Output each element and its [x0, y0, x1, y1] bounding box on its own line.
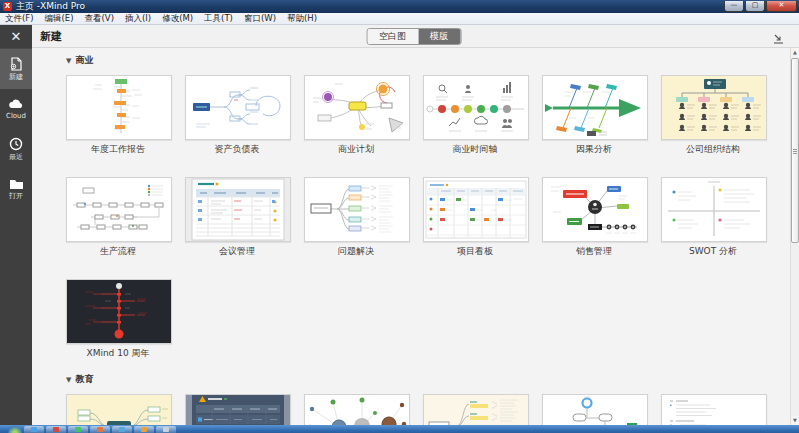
edu-network-thumbnail[interactable] [304, 394, 410, 425]
import-template-icon[interactable] [772, 30, 785, 42]
sidebar-item-open[interactable]: 打开 [0, 169, 32, 209]
menu-view[interactable]: 查看(V) [85, 13, 114, 25]
template-card[interactable]: 问题解决 [304, 177, 408, 256]
view-toggle: 空白图 模版 [366, 28, 461, 45]
menu-insert[interactable]: 插入(I) [125, 13, 151, 25]
collapse-triangle-icon: ▼ [66, 57, 71, 65]
swot-thumbnail[interactable] [661, 177, 767, 242]
sidebar-item-new[interactable]: 新建 [0, 49, 32, 89]
template-card[interactable]: XMind 10 周年 [66, 279, 170, 358]
kanban-thumbnail[interactable] [423, 177, 529, 242]
template-card[interactable] [66, 394, 170, 425]
menu-window[interactable]: 窗口(W) [244, 13, 276, 25]
sidebar-item-label: 最近 [9, 153, 23, 161]
template-card[interactable]: 公司组织结构 [661, 75, 765, 154]
template-card[interactable]: 会议管理 [185, 177, 289, 256]
edu-mindmap-thumbnail[interactable] [66, 394, 172, 425]
org-chart-thumbnail[interactable] [661, 75, 767, 140]
template-card[interactable] [542, 394, 646, 425]
menubar: 文件(F) 编辑(E) 查看(V) 插入(I) 修改(M) 工具(T) 窗口(W… [0, 13, 799, 25]
sidebar-item-label: Cloud [6, 112, 26, 120]
template-card[interactable] [304, 394, 408, 425]
window-title: 主页 -XMind Pro [16, 0, 85, 13]
taskbar-app-4[interactable] [90, 426, 110, 433]
vertical-scrollbar[interactable]: ▲ ▼ [790, 48, 799, 425]
template-card[interactable]: 商业计划 [304, 75, 408, 154]
new-document-icon [9, 57, 23, 73]
maximize-icon[interactable]: ▢ [745, 1, 765, 12]
windows-taskbar[interactable] [0, 425, 799, 433]
taskbar-app-3[interactable] [68, 426, 88, 433]
balance-sheet-thumbnail[interactable] [185, 75, 291, 140]
template-card[interactable]: 项目看板 [423, 177, 527, 256]
menu-help[interactable]: 帮助(H) [287, 13, 317, 25]
section-header-education[interactable]: ▼ 教育 [66, 373, 790, 386]
taskbar-app-7[interactable] [156, 426, 176, 433]
template-card[interactable]: 生产流程 [66, 177, 170, 256]
start-orb-icon[interactable] [8, 426, 22, 433]
template-card[interactable]: 商业时间轴 [423, 75, 527, 154]
sidebar: ✕ 新建 Cloud 最近 [0, 25, 32, 425]
tab-blank-map[interactable]: 空白图 [367, 29, 418, 44]
edu-cream-map-thumbnail[interactable] [423, 394, 529, 425]
scroll-up-icon[interactable]: ▲ [791, 48, 799, 57]
template-label: 生产流程 [66, 245, 170, 256]
sales-thumbnail[interactable] [542, 177, 648, 242]
edu-table-thumbnail[interactable] [185, 394, 291, 425]
menu-file[interactable]: 文件(F) [5, 13, 34, 25]
scroll-down-icon[interactable]: ▼ [791, 416, 799, 425]
template-label: 商业时间轴 [423, 143, 527, 154]
template-card[interactable] [185, 394, 289, 425]
taskbar-app-5[interactable] [112, 426, 132, 433]
menu-tools[interactable]: 工具(T) [204, 13, 233, 25]
template-label: 资产负债表 [185, 143, 289, 154]
sidebar-item-label: 新建 [9, 73, 23, 81]
problem-solving-thumbnail[interactable] [304, 177, 410, 242]
taskbar-app-1[interactable] [24, 426, 44, 433]
fishbone-thumbnail[interactable] [542, 75, 648, 140]
open-folder-icon [9, 178, 24, 192]
taskbar-app-6[interactable] [134, 426, 154, 433]
template-label: 商业计划 [304, 143, 408, 154]
scrollbar-thumb[interactable] [791, 58, 799, 243]
anniversary-thumbnail[interactable] [66, 279, 172, 344]
meeting-table-thumbnail[interactable] [185, 177, 291, 242]
business-template-grid: 年度工作报告 资产负债表 商业计划 商业时间轴 因果分析 公司组织结构 生产流程… [66, 75, 790, 358]
template-card[interactable] [423, 394, 527, 425]
annual-report-thumbnail[interactable] [66, 75, 172, 140]
template-label: 年度工作报告 [66, 143, 170, 154]
sidebar-item-recent[interactable]: 最近 [0, 129, 32, 169]
template-label: 因果分析 [542, 143, 646, 154]
template-card[interactable]: 因果分析 [542, 75, 646, 154]
main-header: 新建 空白图 模版 [32, 25, 799, 48]
template-label: 会议管理 [185, 245, 289, 256]
business-plan-thumbnail[interactable] [304, 75, 410, 140]
xmind-window: X 主页 -XMind Pro — ▢ ✕ 文件(F) 编辑(E) 查看(V) … [0, 0, 799, 433]
recent-clock-icon [9, 137, 23, 153]
menu-edit[interactable]: 编辑(E) [45, 13, 74, 25]
section-header-business[interactable]: ▼ 商业 [66, 54, 790, 67]
template-card[interactable]: 年度工作报告 [66, 75, 170, 154]
close-icon[interactable]: ✕ [766, 1, 797, 12]
tab-templates[interactable]: 模版 [418, 29, 460, 44]
template-gallery: ▼ 商业 年度工作报告 资产负债表 商业计划 商业时间轴 因果分析 公司组织结构… [32, 48, 790, 425]
business-timeline-thumbnail[interactable] [423, 75, 529, 140]
section-label-text: 教育 [75, 373, 93, 386]
template-label: 销售管理 [542, 245, 646, 256]
template-card[interactable]: SWOT 分析 [661, 177, 765, 256]
taskbar-app-2[interactable] [46, 426, 66, 433]
edu-outline-thumbnail[interactable] [661, 394, 767, 425]
sidebar-item-cloud[interactable]: Cloud [0, 89, 32, 129]
collapse-triangle-icon: ▼ [66, 376, 71, 384]
menu-modify[interactable]: 修改(M) [162, 13, 193, 25]
production-flow-thumbnail[interactable] [66, 177, 172, 242]
template-card[interactable]: 资产负债表 [185, 75, 289, 154]
edu-flowchart-thumbnail[interactable] [542, 394, 648, 425]
template-card[interactable]: 销售管理 [542, 177, 646, 256]
minimize-icon[interactable]: — [724, 1, 744, 12]
template-label: 公司组织结构 [661, 143, 765, 154]
sidebar-close-icon[interactable]: ✕ [0, 25, 32, 49]
template-card[interactable] [661, 394, 765, 425]
xmind-logo-icon: X [3, 2, 12, 11]
template-label: 问题解决 [304, 245, 408, 256]
